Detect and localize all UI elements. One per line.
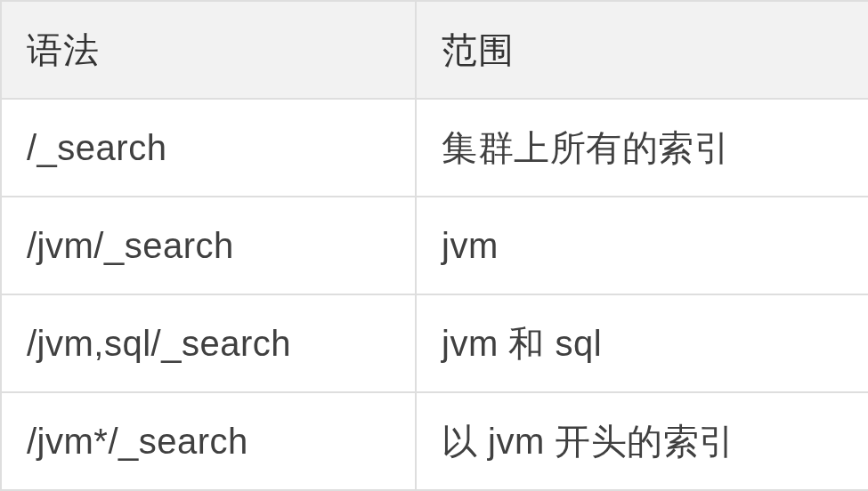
cell-scope: 以 jvm 开头的索引 — [416, 392, 868, 490]
table-row: /jvm*/_search 以 jvm 开头的索引 — [1, 392, 868, 490]
table-row: /jvm/_search jvm — [1, 197, 868, 294]
col-header-scope: 范围 — [416, 1, 868, 99]
cell-scope: 集群上所有的索引 — [416, 99, 868, 197]
cell-scope: jvm 和 sql — [416, 294, 868, 392]
col-header-syntax: 语法 — [1, 1, 416, 99]
cell-syntax: /jvm/_search — [1, 197, 416, 294]
table-header-row: 语法 范围 — [1, 1, 868, 99]
cell-scope: jvm — [416, 197, 868, 294]
table-row: /_search 集群上所有的索引 — [1, 99, 868, 197]
syntax-scope-table: 语法 范围 /_search 集群上所有的索引 /jvm/_search jvm… — [0, 0, 868, 491]
table-row: /jvm,sql/_search jvm 和 sql — [1, 294, 868, 392]
cell-syntax: /jvm,sql/_search — [1, 294, 416, 392]
cell-syntax: /jvm*/_search — [1, 392, 416, 490]
cell-syntax: /_search — [1, 99, 416, 197]
